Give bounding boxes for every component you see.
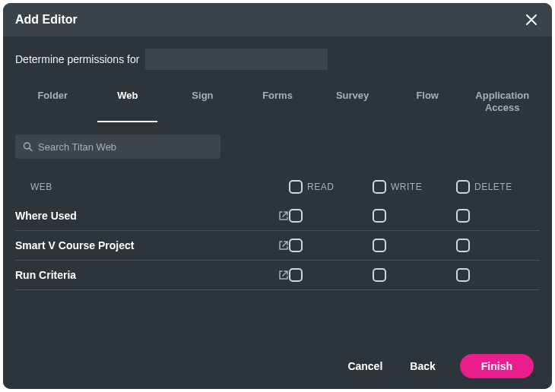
dialog-title-bar: Add Editor [3, 3, 552, 36]
tab-forms[interactable]: Forms [240, 84, 316, 122]
dialog-title: Add Editor [15, 13, 78, 27]
search-input[interactable] [15, 134, 220, 159]
cancel-button[interactable]: Cancel [344, 356, 385, 377]
table-row: Run Criteria [15, 261, 540, 290]
dialog-body: WEB READ WRITE DELETE [3, 122, 552, 343]
write-checkbox[interactable] [373, 239, 386, 252]
column-header-read-label: READ [307, 182, 334, 192]
row-name: Where Used [15, 210, 77, 222]
column-header-write-label: WRITE [391, 182, 422, 192]
add-editor-dialog: Add Editor Determine permissions for Fol… [3, 3, 552, 389]
column-header-write: WRITE [373, 180, 456, 194]
column-header-name: WEB [15, 182, 289, 192]
select-all-write-checkbox[interactable] [373, 180, 386, 194]
delete-checkbox[interactable] [456, 209, 470, 223]
close-button[interactable] [523, 11, 540, 28]
column-header-name-label: WEB [30, 182, 52, 192]
back-button[interactable]: Back [407, 356, 438, 377]
external-link-icon[interactable] [278, 210, 289, 221]
row-name: Smart V Course Project [15, 239, 134, 251]
tab-flow[interactable]: Flow [390, 84, 465, 122]
delete-checkbox[interactable] [456, 268, 470, 282]
subject-name-field [145, 49, 328, 70]
tab-survey[interactable]: Survey [315, 84, 390, 122]
read-checkbox[interactable] [289, 268, 303, 282]
determine-permissions-row: Determine permissions for [15, 49, 540, 70]
close-icon [526, 14, 537, 25]
row-name: Run Criteria [15, 269, 76, 281]
permissions-grid: WEB READ WRITE DELETE [15, 172, 540, 290]
read-checkbox[interactable] [289, 239, 303, 252]
table-row: Where Used [15, 201, 540, 231]
finish-button[interactable]: Finish [460, 354, 534, 378]
external-link-icon[interactable] [278, 240, 289, 251]
search-wrap [15, 134, 220, 159]
select-all-delete-checkbox[interactable] [456, 180, 470, 194]
column-header-read: READ [289, 180, 373, 194]
select-all-read-checkbox[interactable] [289, 180, 303, 194]
determine-permissions-label: Determine permissions for [15, 53, 139, 65]
dialog-subheader: Determine permissions for Folder Web Sig… [3, 36, 552, 122]
tab-application-access[interactable]: Application Access [465, 84, 540, 122]
tabs: Folder Web Sign Forms Survey Flow Applic… [15, 84, 540, 122]
write-checkbox[interactable] [373, 209, 386, 223]
delete-checkbox[interactable] [456, 239, 470, 252]
table-row: Smart V Course Project [15, 231, 540, 261]
dialog-footer: Cancel Back Finish [3, 343, 552, 389]
write-checkbox[interactable] [373, 268, 386, 282]
tab-folder[interactable]: Folder [15, 84, 90, 122]
column-header-delete-label: DELETE [474, 182, 512, 192]
tab-web[interactable]: Web [90, 84, 166, 122]
external-link-icon[interactable] [278, 270, 289, 280]
grid-header: WEB READ WRITE DELETE [15, 172, 540, 201]
read-checkbox[interactable] [289, 209, 303, 223]
tab-sign[interactable]: Sign [165, 84, 240, 122]
column-header-delete: DELETE [456, 180, 540, 194]
